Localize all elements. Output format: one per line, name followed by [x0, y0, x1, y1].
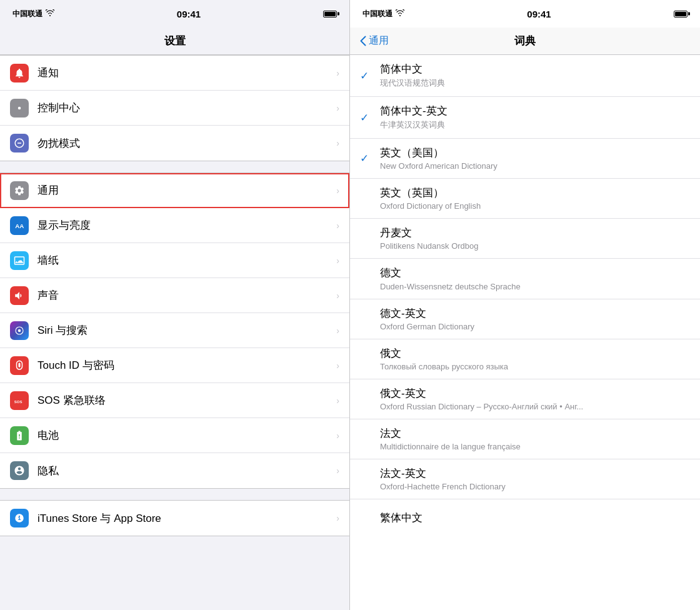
settings-item-general[interactable]: 通用›: [0, 173, 349, 208]
dict-item-simplified-zh[interactable]: ✓简体中文现代汉语规范词典: [350, 55, 700, 97]
label-notifications: 通知: [38, 66, 336, 80]
label-touchid: Touch ID 与密码: [38, 358, 336, 372]
label-control-center: 控制中心: [38, 101, 336, 115]
label-wallpaper: 墙纸: [38, 253, 336, 268]
label-general: 通用: [38, 183, 336, 198]
settings-item-sos[interactable]: SOSSOS 紧急联络›: [0, 383, 349, 418]
settings-item-notifications[interactable]: 通知›: [0, 56, 349, 91]
dict-sub-danish: Politikens Nudansk Ordbog: [380, 241, 690, 251]
left-time: 09:41: [177, 9, 201, 19]
dict-sub-en-us: New Oxford American Dictionary: [380, 161, 690, 171]
dict-text-german: 德文Duden-Wissensnetz deutsche Sprache: [380, 266, 690, 291]
chevron-icon: ›: [336, 396, 339, 406]
svg-text:SOS: SOS: [14, 399, 22, 403]
right-carrier: 中国联通: [362, 9, 404, 19]
icon-sounds: [10, 286, 29, 305]
dict-text-traditional-zh: 繁体中文: [380, 511, 690, 525]
right-nav-bar: 通用 词典: [350, 28, 700, 55]
dict-text-simplified-zh-en: 简体中文-英文牛津英汉汉英词典: [380, 104, 690, 131]
wifi-icon: [46, 9, 54, 18]
label-privacy: 隐私: [38, 464, 336, 478]
label-display: 显示与亮度: [38, 218, 336, 232]
dictionary-list: ✓简体中文现代汉语规范词典✓简体中文-英文牛津英汉汉英词典✓英文（美国）New …: [350, 55, 700, 610]
carrier-text: 中国联通: [12, 9, 42, 19]
icon-general: [10, 181, 29, 200]
dict-item-french-en[interactable]: 法文-英文Oxford-Hachette French Dictionary: [350, 459, 700, 499]
chevron-icon: ›: [336, 138, 339, 148]
dict-item-russian[interactable]: 俄文Толковый словарь русского языка: [350, 339, 700, 379]
chevron-icon: ›: [336, 103, 339, 113]
dict-name-french: 法文: [380, 427, 690, 441]
settings-item-control-center[interactable]: 控制中心›: [0, 91, 349, 126]
icon-itunes: [10, 509, 29, 528]
dict-item-en-us[interactable]: ✓英文（美国）New Oxford American Dictionary: [350, 139, 700, 179]
right-battery-icon: [674, 11, 688, 18]
dict-name-simplified-zh-en: 简体中文-英文: [380, 104, 690, 118]
settings-item-siri[interactable]: Siri 与搜索›: [0, 313, 349, 348]
icon-touchid: [10, 356, 29, 375]
dict-item-french[interactable]: 法文Multidictionnaire de la langue françai…: [350, 419, 700, 459]
dict-item-danish[interactable]: 丹麦文Politikens Nudansk Ordbog: [350, 219, 700, 259]
left-battery: [323, 11, 337, 18]
icon-sos: SOS: [10, 391, 29, 410]
settings-list: 通知›控制中心›勿扰模式›通用›AA显示与亮度›墙纸›声音›Siri 与搜索›T…: [0, 55, 349, 610]
dict-sub-en-uk: Oxford Dictionary of English: [380, 201, 690, 211]
back-button[interactable]: 通用: [350, 34, 399, 48]
dict-name-traditional-zh: 繁体中文: [380, 511, 690, 525]
dict-check-simplified-zh: ✓: [360, 69, 375, 82]
settings-item-display[interactable]: AA显示与亮度›: [0, 208, 349, 243]
dict-name-simplified-zh: 简体中文: [380, 62, 690, 76]
right-page-title: 词典: [514, 34, 536, 48]
dict-sub-german: Duden-Wissensnetz deutsche Sprache: [380, 282, 690, 291]
settings-item-privacy[interactable]: 隐私›: [0, 453, 349, 488]
left-status-bar: 中国联通 09:41: [0, 0, 349, 28]
dict-item-simplified-zh-en[interactable]: ✓简体中文-英文牛津英汉汉英词典: [350, 97, 700, 139]
dict-name-russian-en: 俄文-英文: [380, 387, 690, 401]
dict-sub-simplified-zh: 现代汉语规范词典: [380, 78, 690, 89]
dict-check-simplified-zh-en: ✓: [360, 111, 375, 124]
dict-item-german[interactable]: 德文Duden-Wissensnetz deutsche Sprache: [350, 259, 700, 299]
dict-sub-german-en: Oxford German Dictionary: [380, 322, 690, 331]
settings-item-sounds[interactable]: 声音›: [0, 278, 349, 313]
dict-item-russian-en[interactable]: 俄文-英文Oxford Russian Dictionary – Русско-…: [350, 379, 700, 419]
settings-item-wallpaper[interactable]: 墙纸›: [0, 243, 349, 278]
chevron-icon: ›: [336, 186, 339, 196]
dict-text-french: 法文Multidictionnaire de la langue françai…: [380, 427, 690, 451]
dict-item-traditional-zh[interactable]: 繁体中文: [350, 499, 700, 537]
right-battery-area: [674, 11, 688, 18]
dict-text-en-us: 英文（美国）New Oxford American Dictionary: [380, 146, 690, 171]
dict-sub-russian: Толковый словарь русского языка: [380, 362, 690, 371]
label-siri: Siri 与搜索: [38, 323, 336, 338]
settings-item-touchid[interactable]: Touch ID 与密码›: [0, 348, 349, 383]
dict-sub-simplified-zh-en: 牛津英汉汉英词典: [380, 119, 690, 131]
right-carrier-text: 中国联通: [362, 9, 392, 19]
label-dnd: 勿扰模式: [38, 136, 336, 151]
svg-point-0: [18, 106, 21, 109]
dict-name-french-en: 法文-英文: [380, 467, 690, 481]
left-panel: 中国联通 09:41 设置 通知›控制中心›勿扰模式›通用›AA显示与亮度›墙纸…: [0, 0, 350, 610]
page-title: 设置: [164, 34, 186, 48]
dict-name-russian: 俄文: [380, 347, 690, 361]
dict-sub-french: Multidictionnaire de la langue française: [380, 442, 690, 451]
label-sounds: 声音: [38, 288, 336, 302]
dict-name-german-en: 德文-英文: [380, 307, 690, 321]
dict-text-russian: 俄文Толковый словарь русского языка: [380, 347, 690, 371]
right-panel: 中国联通 09:41 通用 词典: [350, 0, 700, 610]
dict-item-en-uk[interactable]: 英文（英国）Oxford Dictionary of English: [350, 179, 700, 219]
dict-item-german-en[interactable]: 德文-英文Oxford German Dictionary: [350, 299, 700, 339]
settings-item-dnd[interactable]: 勿扰模式›: [0, 126, 349, 161]
right-status-bar: 中国联通 09:41: [350, 0, 700, 28]
dict-name-german: 德文: [380, 266, 690, 280]
chevron-icon: ›: [336, 466, 339, 476]
dict-text-french-en: 法文-英文Oxford-Hachette French Dictionary: [380, 467, 690, 491]
back-label: 通用: [369, 34, 389, 48]
chevron-icon: ›: [336, 291, 339, 301]
left-carrier: 中国联通: [12, 9, 54, 19]
dict-text-german-en: 德文-英文Oxford German Dictionary: [380, 307, 690, 331]
dict-sub-russian-en: Oxford Russian Dictionary – Русско-Англи…: [380, 402, 690, 411]
dict-name-danish: 丹麦文: [380, 226, 690, 240]
settings-item-itunes[interactable]: iTunes Store 与 App Store›: [0, 501, 349, 536]
dict-text-russian-en: 俄文-英文Oxford Russian Dictionary – Русско-…: [380, 387, 690, 411]
settings-item-battery[interactable]: 电池›: [0, 418, 349, 453]
label-itunes: iTunes Store 与 App Store: [38, 511, 336, 526]
